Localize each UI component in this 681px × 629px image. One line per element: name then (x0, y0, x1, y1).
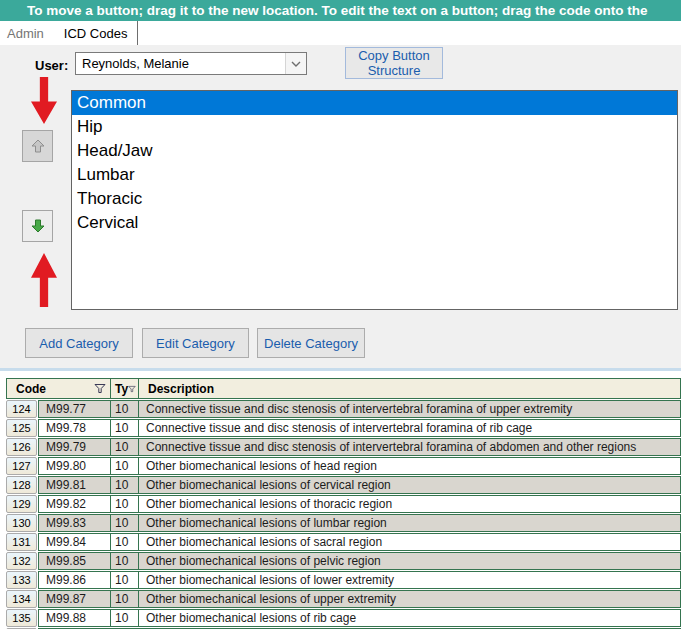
instruction-banner-text: To move a button; drag it to the new loc… (27, 3, 647, 18)
row-number-cell[interactable]: 126 (6, 438, 37, 456)
delete-category-button[interactable]: Delete Category (257, 328, 365, 358)
type-cell: 10 (110, 533, 139, 551)
row-number-cell[interactable]: 135 (6, 609, 37, 627)
table-row[interactable]: 124 M99.77 10 Connective tissue and disc… (6, 400, 681, 418)
code-cell: M99.79 (38, 438, 111, 456)
user-combobox[interactable]: Reynolds, Melanie (75, 52, 307, 75)
instruction-banner: To move a button; drag it to the new loc… (0, 0, 681, 21)
move-category-up-button[interactable] (22, 130, 53, 162)
category-list-item[interactable]: Common (72, 91, 677, 115)
column-header-description[interactable]: Description (138, 378, 681, 399)
description-cell: Other biomechanical lesions of thoracic … (138, 495, 681, 513)
code-cell: M99.80 (38, 457, 111, 475)
code-cell: M99.81 (38, 476, 111, 494)
table-row[interactable]: 134 M99.87 10 Other biomechanical lesion… (6, 590, 681, 608)
description-cell: Other biomechanical lesions of head regi… (138, 457, 681, 475)
row-number-cell[interactable]: 127 (6, 457, 37, 475)
edit-category-button[interactable]: Edit Category (142, 328, 249, 358)
table-row[interactable]: 133 M99.86 10 Other biomechanical lesion… (6, 571, 681, 589)
type-cell: 10 (110, 609, 139, 627)
type-cell: 10 (110, 438, 139, 456)
code-cell: M99.83 (38, 514, 111, 532)
row-number-cell[interactable]: 124 (6, 400, 37, 418)
type-cell: 10 (110, 571, 139, 589)
row-number-cell[interactable]: 130 (6, 514, 37, 532)
column-header-ty[interactable]: Ty (110, 378, 139, 399)
icd-codes-window: To move a button; drag it to the new loc… (0, 0, 681, 629)
category-list-item[interactable]: Head/Jaw (72, 139, 677, 163)
table-row[interactable]: 132 M99.85 10 Other biomechanical lesion… (6, 552, 681, 570)
table-row[interactable]: 126 M99.79 10 Connective tissue and disc… (6, 438, 681, 456)
category-list-item[interactable]: Hip (72, 115, 677, 139)
user-combobox-value: Reynolds, Melanie (76, 56, 285, 71)
tab-icd-codes-label: ICD Codes (64, 26, 128, 41)
category-list-item[interactable]: Cervical (72, 211, 677, 235)
type-cell: 10 (110, 457, 139, 475)
description-cell: Connective tissue and disc stenosis of i… (138, 438, 681, 456)
table-row[interactable]: 129 M99.82 10 Other biomechanical lesion… (6, 495, 681, 513)
code-cell: M99.86 (38, 571, 111, 589)
description-cell: Other biomechanical lesions of pelvic re… (138, 552, 681, 570)
type-cell: 10 (110, 590, 139, 608)
type-cell: 10 (110, 476, 139, 494)
code-cell: M99.85 (38, 552, 111, 570)
code-cell: M99.77 (38, 400, 111, 418)
copy-button-line1: Copy Button (358, 48, 430, 63)
tab-admin-label: Admin (7, 26, 44, 41)
description-cell: Other biomechanical lesions of lumbar re… (138, 514, 681, 532)
row-number-cell[interactable]: 133 (6, 571, 37, 589)
row-number-cell[interactable]: 131 (6, 533, 37, 551)
copy-button-structure-button[interactable]: Copy Button Structure (345, 47, 443, 79)
code-cell: M99.82 (38, 495, 111, 513)
user-combobox-dropdown-button[interactable] (285, 53, 306, 74)
type-cell: 10 (110, 495, 139, 513)
add-category-button[interactable]: Add Category (25, 328, 133, 358)
tab-icd-codes[interactable]: ICD Codes (54, 21, 139, 45)
column-header-description-label: Description (148, 382, 214, 396)
description-cell: Other biomechanical lesions of cervical … (138, 476, 681, 494)
type-cell: 10 (110, 514, 139, 532)
row-number-cell[interactable]: 132 (6, 552, 37, 570)
code-cell: M99.78 (38, 419, 111, 437)
column-header-ty-label: Ty (115, 382, 128, 396)
filter-icon[interactable] (128, 384, 136, 394)
row-number-cell[interactable]: 125 (6, 419, 37, 437)
row-number-cell[interactable]: 128 (6, 476, 37, 494)
column-header-code[interactable]: Code (6, 378, 111, 399)
type-cell: 10 (110, 400, 139, 418)
description-cell: Other biomechanical lesions of upper ext… (138, 590, 681, 608)
description-cell: Connective tissue and disc stenosis of i… (138, 400, 681, 418)
description-cell: Other biomechanical lesions of sacral re… (138, 533, 681, 551)
table-row[interactable]: 125 M99.78 10 Connective tissue and disc… (6, 419, 681, 437)
tab-bar: Admin ICD Codes (0, 21, 681, 45)
code-cell: M99.88 (38, 609, 111, 627)
category-listbox[interactable]: Common Hip Head/Jaw Lumbar Thoracic Cerv… (71, 90, 678, 310)
description-cell: Connective tissue and disc stenosis of i… (138, 419, 681, 437)
table-row[interactable]: 130 M99.83 10 Other biomechanical lesion… (6, 514, 681, 532)
description-cell: Other biomechanical lesions of lower ext… (138, 571, 681, 589)
row-number-cell[interactable]: 134 (6, 590, 37, 608)
category-list-item[interactable]: Thoracic (72, 187, 677, 211)
column-header-code-label: Code (16, 382, 46, 396)
type-cell: 10 (110, 552, 139, 570)
up-arrow-icon (30, 138, 46, 154)
chevron-down-icon (291, 60, 301, 68)
table-row[interactable]: 131 M99.84 10 Other biomechanical lesion… (6, 533, 681, 551)
table-row[interactable]: 127 M99.80 10 Other biomechanical lesion… (6, 457, 681, 475)
description-cell: Other biomechanical lesions of rib cage (138, 609, 681, 627)
icd-codes-grid: Code Ty Description 124 M99.77 (0, 368, 681, 629)
user-label: User: (35, 58, 68, 73)
table-row[interactable]: 135 M99.88 10 Other biomechanical lesion… (6, 609, 681, 627)
code-cell: M99.84 (38, 533, 111, 551)
copy-button-line2: Structure (368, 63, 421, 78)
tab-admin[interactable]: Admin (0, 21, 54, 45)
type-cell: 10 (110, 419, 139, 437)
grid-header-row: Code Ty Description (6, 378, 681, 399)
move-category-down-button[interactable] (22, 210, 53, 242)
table-row[interactable]: 128 M99.81 10 Other biomechanical lesion… (6, 476, 681, 494)
filter-icon[interactable] (94, 383, 106, 394)
code-cell: M99.87 (38, 590, 111, 608)
down-arrow-icon (30, 218, 46, 234)
category-list-item[interactable]: Lumbar (72, 163, 677, 187)
row-number-cell[interactable]: 129 (6, 495, 37, 513)
